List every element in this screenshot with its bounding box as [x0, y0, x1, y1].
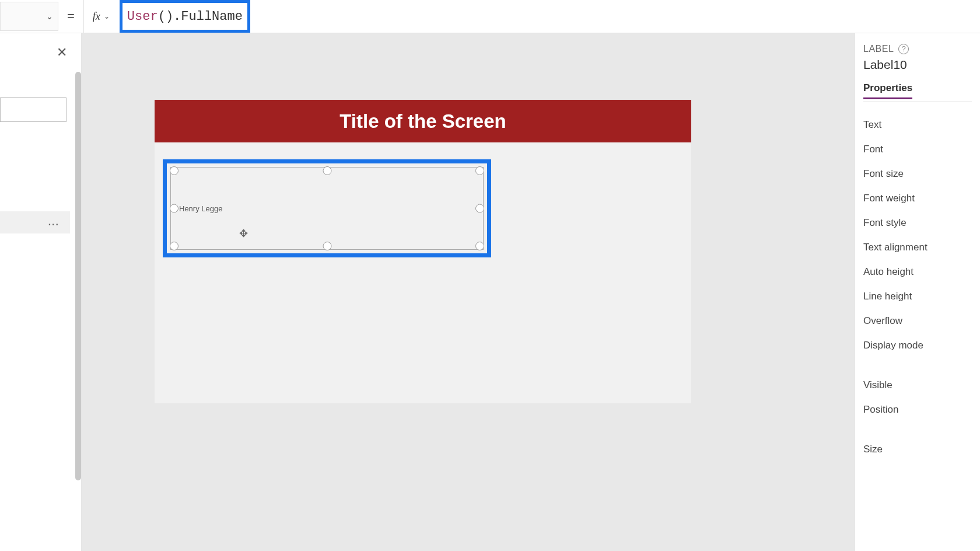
equals-sign: = — [58, 9, 83, 24]
tree-panel: ✕ ... — [0, 33, 82, 551]
tree-item-selected[interactable]: ... — [0, 211, 70, 233]
prop-display-mode[interactable]: Display mode — [863, 333, 972, 358]
prop-font[interactable]: Font — [863, 137, 972, 162]
prop-visible[interactable]: Visible — [863, 373, 972, 397]
panel-heading-text: LABEL — [863, 44, 894, 54]
chevron-down-icon: ⌄ — [46, 12, 53, 21]
properties-panel: LABEL ? Label10 Properties Text Font Fon… — [855, 33, 980, 551]
label-control[interactable]: Henry Legge ✥ — [170, 167, 484, 250]
property-dropdown[interactable]: ⌄ — [0, 2, 58, 31]
canvas[interactable]: Title of the Screen Henry Legge ✥ — [82, 33, 855, 551]
formula-input-highlight: User().FullName — [120, 0, 250, 33]
element-name: Label10 — [863, 58, 972, 72]
prop-size[interactable]: Size — [863, 437, 972, 462]
prop-font-size[interactable]: Font size — [863, 162, 972, 186]
resize-handle-n[interactable] — [323, 166, 331, 175]
resize-handle-e[interactable] — [475, 204, 484, 213]
paren-close: ) — [166, 9, 173, 24]
fx-label: fx — [93, 11, 100, 23]
label-text: Henry Legge — [179, 204, 222, 213]
resize-handle-sw[interactable] — [170, 242, 178, 250]
formula-input[interactable]: User().FullName — [127, 9, 243, 24]
formula-prop: FullName — [181, 9, 243, 24]
help-icon[interactable]: ? — [898, 44, 909, 54]
fx-section[interactable]: fx ⌄ — [83, 0, 118, 33]
main-area: ✕ ... Title of the Screen Henry Legge ✥ — [0, 33, 980, 551]
screen-header[interactable]: Title of the Screen — [155, 100, 691, 142]
prop-auto-height[interactable]: Auto height — [863, 260, 972, 284]
prop-font-weight[interactable]: Font weight — [863, 186, 972, 211]
more-icon[interactable]: ... — [48, 217, 60, 228]
panel-heading: LABEL ? — [863, 44, 972, 54]
prop-line-height[interactable]: Line height — [863, 284, 972, 309]
prop-text-alignment[interactable]: Text alignment — [863, 235, 972, 260]
formula-func: User — [127, 9, 158, 24]
close-icon[interactable]: ✕ — [57, 45, 67, 60]
screen-title: Title of the Screen — [340, 110, 506, 132]
tab-divider — [863, 102, 972, 102]
resize-handle-w[interactable] — [170, 204, 178, 213]
selection-highlight: Henry Legge ✥ — [163, 159, 491, 257]
resize-handle-nw[interactable] — [170, 166, 178, 175]
move-cursor-icon: ✥ — [239, 227, 248, 240]
resize-handle-se[interactable] — [475, 242, 484, 250]
resize-handle-ne[interactable] — [475, 166, 484, 175]
resize-handle-s[interactable] — [323, 242, 331, 250]
chevron-down-icon: ⌄ — [104, 12, 110, 20]
prop-position[interactable]: Position — [863, 397, 972, 422]
tree-search-input[interactable] — [0, 97, 66, 122]
screen-frame[interactable]: Title of the Screen Henry Legge ✥ — [155, 100, 691, 403]
paren-open: ( — [158, 9, 166, 24]
prop-text[interactable]: Text — [863, 113, 972, 137]
prop-font-style[interactable]: Font style — [863, 211, 972, 235]
dot: . — [173, 9, 181, 24]
scrollbar[interactable] — [75, 72, 81, 480]
tab-properties[interactable]: Properties — [863, 82, 912, 99]
formula-bar: ⌄ = fx ⌄ User().FullName — [0, 0, 980, 33]
prop-overflow[interactable]: Overflow — [863, 309, 972, 333]
